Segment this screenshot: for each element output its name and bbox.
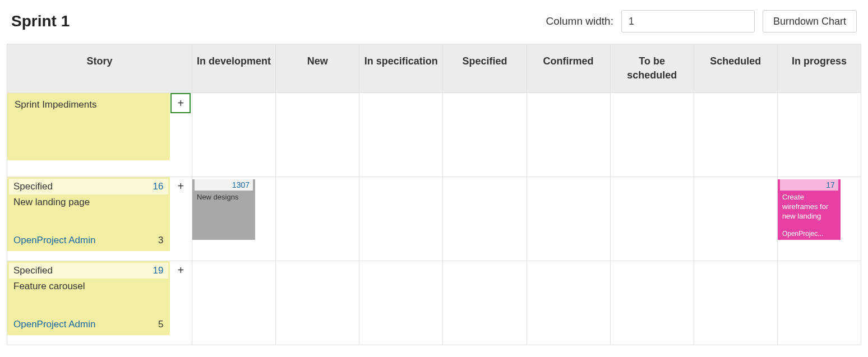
lane-confirmed[interactable] <box>527 261 610 345</box>
lane-new[interactable] <box>276 177 359 261</box>
page-header: Sprint 1 Column width: Burndown Chart <box>7 10 861 44</box>
col-header-story: Story <box>7 44 192 93</box>
add-task-button[interactable]: + <box>173 261 188 279</box>
page-title: Sprint 1 <box>11 12 70 30</box>
add-task-cell: + <box>170 93 192 177</box>
board-row: Sprint Impediments + <box>7 93 861 177</box>
col-header-confirmed: Confirmed <box>527 44 610 93</box>
column-width-input[interactable] <box>621 10 755 33</box>
lane-in-development[interactable] <box>192 93 276 177</box>
task-card[interactable]: 1307 New designs <box>192 179 255 240</box>
lane-new[interactable] <box>276 93 359 177</box>
story-owner-link[interactable]: OpenProject Admin <box>13 235 95 246</box>
story-card[interactable]: Specified 19 Feature carousel OpenProjec… <box>7 261 170 335</box>
lane-in-progress[interactable]: 17 Create wireframes for new landing Ope… <box>777 177 861 261</box>
task-card[interactable]: 17 Create wireframes for new landing Ope… <box>778 179 841 240</box>
board-header-row: Story In development New In specificatio… <box>7 44 861 93</box>
add-task-cell: + <box>170 261 192 345</box>
story-cell: Specified 16 New landing page OpenProjec… <box>7 177 170 261</box>
lane-new[interactable] <box>276 261 359 345</box>
lane-scheduled[interactable] <box>694 261 777 345</box>
col-header-in-development: In development <box>192 44 276 93</box>
lane-confirmed[interactable] <box>527 93 610 177</box>
story-owner-link[interactable]: OpenProject Admin <box>13 319 95 330</box>
story-points: 5 <box>158 319 163 330</box>
lane-in-specification[interactable] <box>359 177 443 261</box>
lane-scheduled[interactable] <box>694 93 777 177</box>
board-row: Specified 16 New landing page OpenProjec… <box>7 177 861 261</box>
lane-in-specification[interactable] <box>359 261 443 345</box>
story-status: Specified <box>13 181 53 192</box>
col-header-new: New <box>276 44 359 93</box>
add-task-button[interactable]: + <box>170 93 191 113</box>
lane-in-development[interactable]: 1307 New designs <box>192 177 276 261</box>
story-title: Feature carousel <box>9 279 168 296</box>
story-status: Specified <box>13 265 53 276</box>
col-header-scheduled: Scheduled <box>694 44 777 93</box>
story-footer: OpenProject Admin 3 <box>13 235 164 246</box>
story-id-link[interactable]: 16 <box>153 181 164 192</box>
column-width-label: Column width: <box>546 15 613 27</box>
task-id-link[interactable]: 1307 <box>195 179 253 191</box>
lane-in-progress[interactable] <box>777 261 861 345</box>
lane-in-development[interactable] <box>192 261 276 345</box>
story-cell: Sprint Impediments <box>7 93 170 177</box>
story-footer: OpenProject Admin 5 <box>13 319 164 330</box>
col-header-in-progress: In progress <box>777 44 861 93</box>
burndown-chart-button[interactable]: Burndown Chart <box>763 10 857 33</box>
lane-to-be-scheduled[interactable] <box>610 93 694 177</box>
story-id-link[interactable]: 19 <box>153 265 164 276</box>
lane-specified[interactable] <box>443 93 527 177</box>
story-card-impediments[interactable]: Sprint Impediments <box>7 93 170 160</box>
task-title: Create wireframes for new landing <box>778 191 841 224</box>
lane-scheduled[interactable] <box>694 177 777 261</box>
board-row: Specified 19 Feature carousel OpenProjec… <box>7 261 861 345</box>
col-header-in-specification: In specification <box>359 44 443 93</box>
story-cell: Specified 19 Feature carousel OpenProjec… <box>7 261 170 345</box>
story-status-bar: Specified 19 <box>9 263 168 279</box>
lane-in-specification[interactable] <box>359 93 443 177</box>
col-header-specified: Specified <box>443 44 527 93</box>
board-body: Sprint Impediments + Specified 16 <box>7 93 861 345</box>
lane-confirmed[interactable] <box>527 177 610 261</box>
story-card[interactable]: Specified 16 New landing page OpenProjec… <box>7 177 170 251</box>
lane-to-be-scheduled[interactable] <box>610 177 694 261</box>
task-owner: OpenProjec... <box>782 230 823 238</box>
task-id-link[interactable]: 17 <box>780 179 838 191</box>
lane-specified[interactable] <box>443 261 527 345</box>
lane-specified[interactable] <box>443 177 527 261</box>
lane-in-progress[interactable] <box>777 93 861 177</box>
story-title: Sprint Impediments <box>15 99 96 110</box>
story-points: 3 <box>158 235 163 246</box>
story-title: New landing page <box>9 194 168 212</box>
col-header-to-be-scheduled: To be scheduled <box>610 44 694 93</box>
lane-to-be-scheduled[interactable] <box>610 261 694 345</box>
task-board: Story In development New In specificatio… <box>7 44 861 345</box>
add-task-cell: + <box>170 177 192 261</box>
task-title: New designs <box>192 191 255 205</box>
add-task-button[interactable]: + <box>173 177 188 195</box>
story-status-bar: Specified 16 <box>9 179 168 194</box>
header-controls: Column width: Burndown Chart <box>546 10 857 33</box>
